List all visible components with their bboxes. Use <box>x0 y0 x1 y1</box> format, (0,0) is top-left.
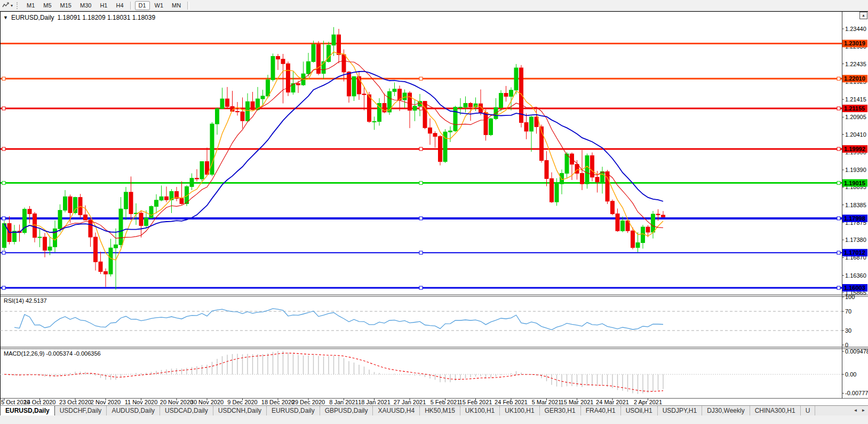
line-anchor-handle[interactable] <box>419 286 423 289</box>
price-axis-label: 1.18385 <box>845 202 866 208</box>
toolbar-separator <box>187 2 189 10</box>
candle-up <box>509 90 513 97</box>
date-axis-label: 30 Nov 2020 <box>190 399 224 405</box>
line-anchor-handle[interactable] <box>419 217 423 220</box>
line-anchor-handle[interactable] <box>419 251 423 254</box>
candle-up <box>585 155 589 184</box>
chart-tab-china300-h1[interactable]: CHINA300,H1 <box>750 406 801 415</box>
candle-down <box>646 227 650 232</box>
candle-down <box>165 197 169 200</box>
period-button-M5[interactable]: M5 <box>39 1 55 10</box>
toolbar-grip[interactable] <box>17 2 20 9</box>
candle-up <box>149 207 153 218</box>
price-axis-label: 1.16360 <box>845 272 866 279</box>
period-button-M30[interactable]: M30 <box>76 1 95 10</box>
candle-up <box>530 117 533 131</box>
line-anchor-handle[interactable] <box>2 286 5 289</box>
chart-tab-eurusd-daily[interactable]: EURUSD,Daily <box>267 406 320 415</box>
tab-scroll-arrows: ◄ ► <box>852 407 867 414</box>
line-anchor-handle[interactable] <box>837 286 840 289</box>
candle-up <box>372 121 376 122</box>
chart-tab-uk100-h1[interactable]: UK100,H1 <box>460 406 500 415</box>
candle-up <box>393 89 396 92</box>
chart-tab-u[interactable]: U <box>801 406 816 415</box>
chart-tab-usdcad-daily[interactable]: USDCAD,Daily <box>160 406 213 415</box>
candle-up <box>403 93 407 100</box>
scroll-up-button[interactable]: ▲ <box>859 12 867 19</box>
line-anchor-handle[interactable] <box>837 107 840 110</box>
line-anchor-handle[interactable] <box>419 182 423 185</box>
candle-down <box>226 99 229 106</box>
collapse-indicator-icon[interactable]: ▼ <box>3 15 8 20</box>
period-button-MN[interactable]: MN <box>168 1 185 10</box>
chart-tab-audusd-daily[interactable]: AUDUSD,Daily <box>107 406 160 415</box>
period-button-W1[interactable]: W1 <box>151 1 168 10</box>
chart-tab-xauusd-h4[interactable]: XAUUSD,H4 <box>373 406 420 415</box>
chart-cursor-icon[interactable]: ▾ <box>0 1 15 10</box>
period-button-M15[interactable]: M15 <box>57 1 75 10</box>
candle-up <box>216 108 219 124</box>
chart-tab-gbpusd-daily[interactable]: GBPUSD,Daily <box>320 406 373 415</box>
line-anchor-handle[interactable] <box>837 182 840 185</box>
chart-symbol: EURUSD,Daily <box>11 14 54 21</box>
period-button-M1[interactable]: M1 <box>23 1 38 10</box>
line-anchor-handle[interactable] <box>2 147 5 151</box>
line-anchor-handle[interactable] <box>837 77 840 80</box>
dropdown-caret-icon: ▾ <box>11 3 13 8</box>
chart-tab-hk50-m15[interactable]: HK50,M15 <box>420 406 460 415</box>
candle-up <box>601 171 604 182</box>
period-button-H1[interactable]: H1 <box>96 1 111 10</box>
candle-down <box>504 93 508 97</box>
candle-up <box>413 106 417 111</box>
chart-tab-usdjpy-h1[interactable]: USDJPY,H1 <box>658 406 702 415</box>
candle-down <box>281 59 285 64</box>
chart-tabs: EURUSD,DailyUSDCHF,DailyAUDUSD,DailyUSDC… <box>0 406 815 415</box>
candle-up <box>651 214 655 232</box>
candle-up <box>58 210 62 229</box>
candle-up <box>453 107 457 131</box>
date-axis-label: 18 Dec 2020 <box>261 399 294 405</box>
timeframe-toolbar: M1M5M15M30H1H4D1W1MN <box>22 1 192 10</box>
candle-down <box>368 95 371 121</box>
line-anchor-handle[interactable] <box>837 251 840 254</box>
chart-tab-eurusd-daily[interactable]: EURUSD,Daily <box>0 406 55 415</box>
chart-tab-fra40-h1[interactable]: FRA40,H1 <box>581 406 621 415</box>
line-anchor-handle[interactable] <box>2 251 5 254</box>
candle-up <box>220 99 224 108</box>
line-anchor-handle[interactable] <box>419 77 423 80</box>
candle-up <box>119 209 123 245</box>
chart-tab-usdcnh-daily[interactable]: USDCNH,Daily <box>213 406 267 415</box>
candle-up <box>641 227 645 242</box>
macd-axis-label: -0.007778 <box>845 390 868 396</box>
chart-tab-usoil-h1[interactable]: USOil,H1 <box>621 406 658 415</box>
period-button-H4[interactable]: H4 <box>112 1 127 10</box>
zigzag-cursor-glyph <box>2 2 10 9</box>
candle-down <box>656 214 660 215</box>
chart-surface[interactable]: 1.234401.229301.224351.219251.214151.209… <box>0 12 868 406</box>
chart-tab-usdchf-daily[interactable]: USDCHF,Daily <box>55 406 107 415</box>
line-anchor-handle[interactable] <box>2 107 5 110</box>
chart-tab-ger30-h1[interactable]: GER30,H1 <box>540 406 581 415</box>
price-badge-label: 1.19015 <box>844 180 865 186</box>
candle-up <box>388 91 392 112</box>
date-axis-label: 23 Oct 2020 <box>59 399 91 405</box>
line-anchor-handle[interactable] <box>2 182 5 185</box>
chart-tab-dj30-weekly[interactable]: DJ30,Weekly <box>702 406 750 415</box>
line-anchor-handle[interactable] <box>419 107 423 110</box>
line-anchor-handle[interactable] <box>837 217 840 220</box>
line-anchor-handle[interactable] <box>2 217 5 220</box>
chart-tab-uk100-h1[interactable]: UK100,H1 <box>500 406 539 415</box>
candle-down <box>89 220 92 237</box>
line-anchor-handle[interactable] <box>419 147 423 151</box>
candle-up <box>48 247 52 250</box>
line-anchor-handle[interactable] <box>2 77 5 80</box>
candle-down <box>99 262 102 271</box>
candle-up <box>499 93 503 108</box>
candle-up <box>74 198 77 213</box>
candle-down <box>550 178 554 202</box>
date-axis-label: 9 Dec 2020 <box>227 399 257 405</box>
tabs-scroll-left-icon[interactable]: ◄ <box>852 407 859 414</box>
tabs-scroll-right-icon[interactable]: ► <box>860 407 867 414</box>
line-anchor-handle[interactable] <box>837 147 840 151</box>
period-button-D1[interactable]: D1 <box>135 1 150 10</box>
